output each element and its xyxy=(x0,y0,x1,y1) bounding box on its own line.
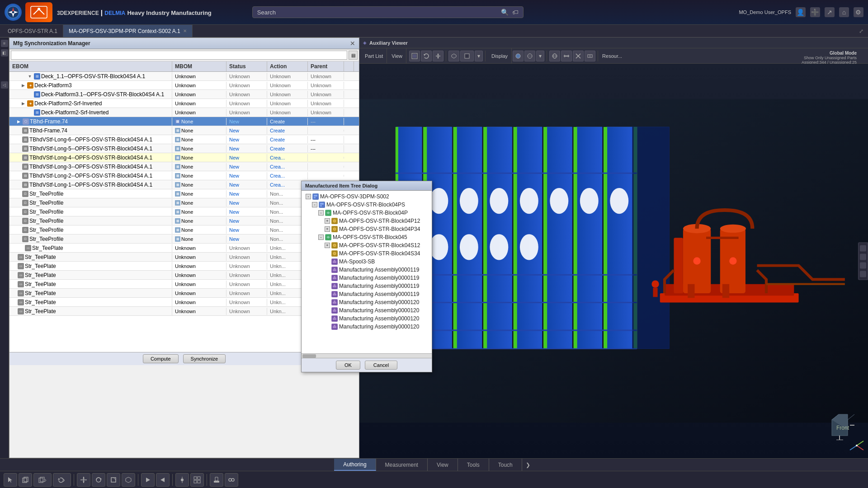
tool-sim[interactable] xyxy=(210,473,223,487)
table-row[interactable]: ▤ TBhdVStf-Long-2--OPFS-OSV-STR-Block04S… xyxy=(9,171,359,180)
mit-item[interactable]: Manufacturing Assembly0000120 xyxy=(303,306,430,314)
tool-animate[interactable] xyxy=(141,473,155,487)
tool-chain[interactable] xyxy=(225,473,238,487)
viewer-btn-1[interactable] xyxy=(860,245,866,251)
tree-expand-icon[interactable]: ▶ xyxy=(20,82,26,89)
mit-toggle-icon[interactable]: - xyxy=(318,235,324,240)
rotate-button[interactable] xyxy=(421,51,432,61)
table-row[interactable]: ▤ Deck-Platform3.1--OPFS-OSV-STR-Block04… xyxy=(9,90,359,99)
table-row[interactable]: ▤ TBhdVStf-Long-3--OPFS-OSV-STR-Block04S… xyxy=(9,162,359,171)
user-icon[interactable]: 👤 xyxy=(796,7,806,17)
tool-rotate[interactable] xyxy=(92,473,105,487)
table-row[interactable]: ▤ TBhdVStf-Long-5--OPFS-OSV-STR-Block04S… xyxy=(9,144,359,153)
viewer-btn-4[interactable] xyxy=(860,271,866,277)
tab-opfs[interactable]: OPFS-OSV-STR A.1 xyxy=(2,25,63,37)
search-icon[interactable]: 🔍 xyxy=(501,9,509,16)
shading-button[interactable] xyxy=(513,51,524,61)
pan-button[interactable] xyxy=(433,51,443,61)
tool-undo[interactable] xyxy=(53,473,71,487)
mit-toggle-icon[interactable]: + xyxy=(325,218,330,224)
mit-item[interactable]: + MA-OPFS-OSV-STR-Block04P12 xyxy=(303,217,430,225)
tool-copy[interactable] xyxy=(19,473,32,487)
fit-all-button[interactable] xyxy=(409,51,420,61)
mit-item[interactable]: - MA-OPFS-OSV-STR-Block04PS xyxy=(303,201,430,209)
sidebar-icon-2[interactable]: ◧ xyxy=(1,49,8,56)
maximize-icon[interactable]: ⤢ xyxy=(859,28,863,34)
view-front-button[interactable] xyxy=(460,51,474,61)
mit-toggle-icon[interactable]: + xyxy=(325,243,330,248)
view-iso-button[interactable] xyxy=(448,51,459,61)
mit-item[interactable]: + MA-OPFS-OSV-STR-Block04P34 xyxy=(303,225,430,233)
tool-3d[interactable] xyxy=(122,473,135,487)
compute-button[interactable]: Compute xyxy=(143,354,179,363)
tab-mfg[interactable]: MA-OPFS-OSV-3DPM-PPR Context-S002 A.1 ✕ xyxy=(63,25,193,37)
tree-expand-icon[interactable]: ▶ xyxy=(15,118,22,125)
table-row[interactable]: ▶ ◈ Deck-Platform3 Unknown Unknown Unkno… xyxy=(9,81,359,90)
mit-scrollbar[interactable] xyxy=(302,353,432,358)
home-icon[interactable]: ⌂ xyxy=(839,7,849,17)
table-row[interactable]: ▼ ▤ Deck_1.1--OPFS-OSV-STR-Block04S4 A.1… xyxy=(9,72,359,81)
mit-toggle-icon[interactable]: + xyxy=(325,226,330,232)
search-bar[interactable]: 🔍 🏷 xyxy=(252,6,524,18)
tool-scale[interactable] xyxy=(107,473,120,487)
table-row[interactable]: ▶ ◈ Deck-Platform2-Srf-Inverted Unknown … xyxy=(9,99,359,108)
tool-select[interactable] xyxy=(4,473,17,487)
table-row[interactable]: ▤ TBhd-Frame.74 ▦ None New Create xyxy=(9,126,359,135)
tag-icon[interactable]: 🏷 xyxy=(512,9,519,16)
add-icon[interactable]: ➕ xyxy=(810,7,820,17)
mit-item[interactable]: MA-Spool3-SB xyxy=(303,258,430,266)
mit-cancel-button[interactable]: Cancel xyxy=(365,361,397,370)
search-input[interactable] xyxy=(257,9,497,16)
tab-authoring[interactable]: Authoring xyxy=(334,459,376,471)
mit-item[interactable]: Manufacturing Assembly0000120 xyxy=(303,298,430,306)
tree-collapse-icon[interactable]: ▼ xyxy=(27,73,33,80)
mit-item[interactable]: Manufacturing Assembly0000120 xyxy=(303,323,430,331)
viewer-3d[interactable]: Front xyxy=(359,64,868,458)
tool-paste[interactable] xyxy=(33,473,52,487)
nav-cube[interactable]: Front xyxy=(825,411,854,440)
mit-toggle-icon[interactable]: - xyxy=(312,202,317,207)
wireframe-button[interactable] xyxy=(524,51,535,61)
view-options-button[interactable]: ▾ xyxy=(475,51,483,61)
mit-item[interactable]: + MA-OPFS-OSV-STR-Block04S12 xyxy=(303,241,430,249)
clip-button[interactable] xyxy=(573,51,584,61)
tab-close-icon[interactable]: ✕ xyxy=(183,28,187,33)
compass-icon[interactable] xyxy=(5,4,22,21)
tab-touch[interactable]: Touch xyxy=(489,459,522,471)
mit-item[interactable]: MA-OPFS-OSV-STR-Block04S34 xyxy=(303,249,430,258)
mit-item[interactable]: Manufacturing Assembly0000119 xyxy=(303,290,430,298)
tree-expand-icon[interactable]: ▶ xyxy=(20,100,26,107)
mit-item[interactable]: - MA-OPFS-OSV-STR-Block04P xyxy=(303,209,430,217)
render-options-button[interactable]: ▾ xyxy=(536,51,544,61)
table-row[interactable]: ▤ TBhdVStf-Long-6--OPFS-OSV-STR-Block04S… xyxy=(9,135,359,144)
tool-move[interactable] xyxy=(77,473,90,487)
mfg-filter-btn[interactable]: ▤ xyxy=(349,51,358,60)
sidebar-icon-3[interactable]: ◁ xyxy=(1,81,8,89)
mit-item[interactable]: Manufacturing Assembly0000119 xyxy=(303,274,430,282)
mit-item[interactable]: Manufacturing Assembly0000119 xyxy=(303,282,430,290)
mit-toggle-icon[interactable]: - xyxy=(306,194,311,199)
tool-point[interactable] xyxy=(175,473,189,487)
mfg-filter-input[interactable] xyxy=(11,51,347,60)
mit-ok-button[interactable]: OK xyxy=(336,361,360,370)
globe-button[interactable] xyxy=(549,51,560,61)
mit-toggle-icon[interactable]: - xyxy=(318,210,324,216)
table-row-selected[interactable]: ▶ ⬡ TBhd-Frame.74 ▦ None New Create --- xyxy=(9,117,359,126)
measure-button[interactable] xyxy=(561,51,572,61)
viewer-btn-3[interactable] xyxy=(860,262,866,268)
table-row[interactable]: ▤ TBhdVStf-Long-4--OPFS-OSV-STR-Block04S… xyxy=(9,153,359,162)
table-row[interactable]: ▤ Deck-Platform2-Srf-Inverted Unknown Un… xyxy=(9,108,359,117)
viewer-btn-2[interactable] xyxy=(860,253,866,260)
tab-tools[interactable]: Tools xyxy=(458,459,489,471)
section-button[interactable] xyxy=(585,51,595,61)
mit-item[interactable]: Manufacturing Assembly0000119 xyxy=(303,266,430,274)
mit-item[interactable]: - MA-OPFS-OSV-3DPM-S002 xyxy=(303,192,430,201)
tab-measurement[interactable]: Measurement xyxy=(376,459,428,471)
share-icon[interactable]: ↗ xyxy=(825,7,835,17)
sidebar-icon-1[interactable]: ≡ xyxy=(1,40,8,47)
tool-group[interactable] xyxy=(190,473,204,487)
mfg-panel-close[interactable]: ✕ xyxy=(350,40,355,47)
tab-view[interactable]: View xyxy=(428,459,458,471)
tool-prev[interactable] xyxy=(156,473,170,487)
mit-item[interactable]: Manufacturing Assembly0000120 xyxy=(303,314,430,323)
